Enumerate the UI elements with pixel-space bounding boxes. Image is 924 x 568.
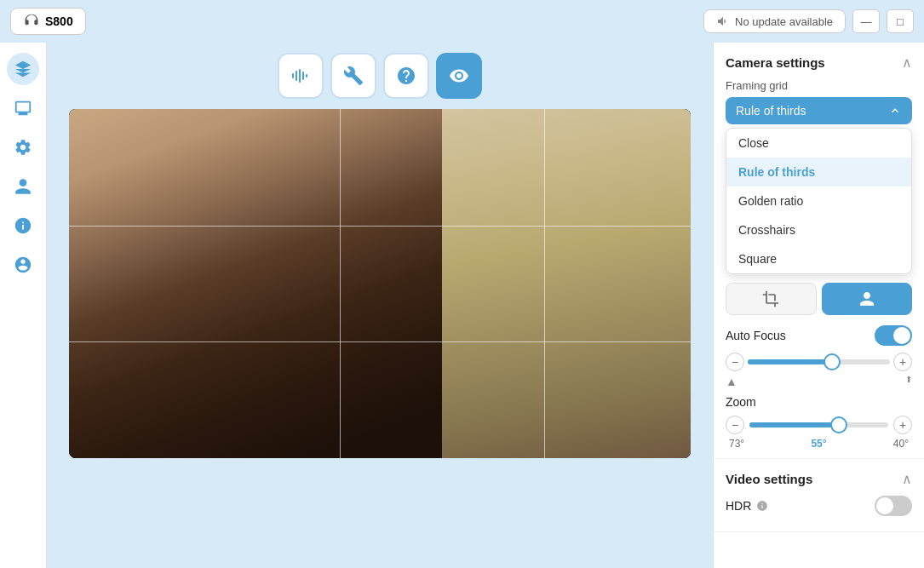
- eye-icon: [449, 66, 469, 86]
- face-area: [69, 109, 442, 458]
- titlebar: S800 No update available — □: [0, 0, 924, 43]
- sidebar-item-account[interactable]: [7, 249, 39, 281]
- chevron-up-icon: [888, 104, 902, 118]
- hdr-label: HDR: [726, 499, 751, 513]
- svg-rect-2: [299, 69, 301, 83]
- audio-button[interactable]: [278, 53, 324, 99]
- af-slider-fill: [748, 359, 826, 364]
- dropdown-menu: Close Rule of thirds Golden ratio Crossh…: [726, 128, 912, 274]
- room-background: [442, 109, 691, 458]
- selected-option-label: Rule of thirds: [736, 104, 806, 118]
- auto-focus-knob: [893, 327, 910, 344]
- framing-grid-label: Framing grid: [726, 79, 912, 92]
- zoom-label: Zoom: [726, 395, 756, 409]
- af-slider-controls: − +: [726, 353, 912, 371]
- zoom-increase-button[interactable]: +: [893, 416, 912, 434]
- content-area: [47, 43, 713, 568]
- option-square[interactable]: Square: [726, 244, 911, 273]
- camera-feed: [69, 109, 691, 458]
- speaker-icon: [716, 14, 730, 28]
- svg-rect-1: [296, 71, 297, 81]
- no-update-label: No update available: [735, 15, 833, 28]
- zoom-val-55[interactable]: 55°: [811, 438, 826, 450]
- gear-icon: [14, 138, 32, 157]
- crop-view-button[interactable]: [726, 283, 817, 315]
- question-icon: [396, 66, 416, 86]
- option-golden-ratio[interactable]: Golden ratio: [726, 186, 911, 215]
- af-increase-button[interactable]: +: [893, 353, 912, 371]
- sidebar-item-logo[interactable]: [7, 53, 39, 85]
- account-icon: [14, 255, 32, 274]
- help-button[interactable]: [383, 53, 429, 99]
- af-slider-icons: ▲ ⬆: [726, 375, 912, 388]
- dropdown-selected[interactable]: Rule of thirds: [726, 97, 912, 124]
- info-icon: [14, 216, 32, 235]
- no-update-status: No update available: [703, 9, 846, 33]
- auto-focus-label: Auto Focus: [726, 329, 786, 342]
- maximize-button[interactable]: □: [887, 9, 914, 33]
- camera-settings-section: Camera settings ∧ Framing grid Rule of t…: [714, 43, 924, 459]
- zoom-row: Zoom: [726, 395, 912, 409]
- camera-settings-title: Camera settings: [726, 55, 825, 70]
- video-settings-collapse[interactable]: ∧: [902, 471, 912, 487]
- view-toggle: [726, 283, 912, 315]
- hdr-row: HDR: [726, 496, 912, 516]
- zoom-decrease-button[interactable]: −: [726, 416, 744, 434]
- af-decrease-button[interactable]: −: [726, 353, 744, 371]
- zoom-slider-row: − +: [726, 416, 912, 434]
- right-panel: Camera settings ∧ Framing grid Rule of t…: [713, 43, 924, 568]
- toolbar: [278, 53, 482, 99]
- video-settings-section: Video settings ∧ HDR: [714, 459, 924, 532]
- auto-focus-row: Auto Focus: [726, 325, 912, 346]
- framing-grid-dropdown: Rule of thirds Close Rule of thirds Gold…: [726, 97, 912, 315]
- titlebar-right: No update available — □: [703, 9, 914, 33]
- svg-rect-4: [306, 74, 307, 77]
- wrench-icon: [343, 66, 364, 86]
- zoom-thumb[interactable]: [830, 416, 847, 433]
- option-rule-of-thirds[interactable]: Rule of thirds: [726, 158, 911, 186]
- auto-focus-toggle[interactable]: [875, 325, 912, 346]
- camera-settings-collapse[interactable]: ∧: [902, 55, 912, 71]
- main-layout: Camera settings ∧ Framing grid Rule of t…: [0, 43, 924, 568]
- hdr-toggle[interactable]: [875, 496, 912, 516]
- sidebar: [0, 43, 47, 568]
- titlebar-left: S800: [10, 8, 86, 35]
- svg-rect-0: [292, 73, 294, 78]
- wrench-button[interactable]: [330, 53, 376, 99]
- zoom-val-73[interactable]: 73°: [729, 438, 744, 450]
- zoom-fill: [749, 422, 833, 427]
- af-icon-near: ▲: [726, 375, 737, 388]
- camera-background: [69, 109, 691, 458]
- sidebar-item-monitor[interactable]: [7, 92, 39, 124]
- autofocus-slider-area: − + ▲ ⬆: [726, 353, 912, 388]
- logo-icon: [14, 60, 32, 78]
- sidebar-item-user[interactable]: [7, 170, 39, 203]
- zoom-values: 73° 55° 40°: [726, 438, 912, 450]
- minimize-button[interactable]: —: [852, 9, 880, 33]
- view-button[interactable]: [436, 53, 482, 99]
- sidebar-item-settings[interactable]: [7, 131, 39, 164]
- hdr-knob: [876, 497, 893, 514]
- person-icon: [858, 290, 875, 307]
- zoom-track: [749, 422, 888, 427]
- crop-icon: [762, 290, 779, 307]
- face-view-button[interactable]: [822, 283, 913, 315]
- svg-rect-3: [302, 72, 304, 80]
- monitor-icon: [14, 99, 32, 118]
- hdr-info-icon: [756, 500, 768, 512]
- video-settings-title: Video settings: [726, 472, 812, 486]
- video-settings-header: Video settings ∧: [726, 471, 912, 487]
- option-crosshairs[interactable]: Crosshairs: [726, 215, 911, 244]
- af-slider-thumb[interactable]: [824, 353, 841, 370]
- user-icon: [14, 177, 32, 196]
- option-close[interactable]: Close: [726, 129, 911, 158]
- sidebar-item-info[interactable]: [7, 209, 39, 242]
- zoom-val-40[interactable]: 40°: [893, 438, 909, 450]
- af-icon-far: ⬆: [905, 375, 912, 388]
- camera-settings-header: Camera settings ∧: [726, 55, 912, 71]
- headset-icon: [23, 13, 40, 30]
- app-button[interactable]: S800: [10, 8, 86, 35]
- app-label: S800: [45, 14, 73, 28]
- waveform-icon: [290, 66, 311, 86]
